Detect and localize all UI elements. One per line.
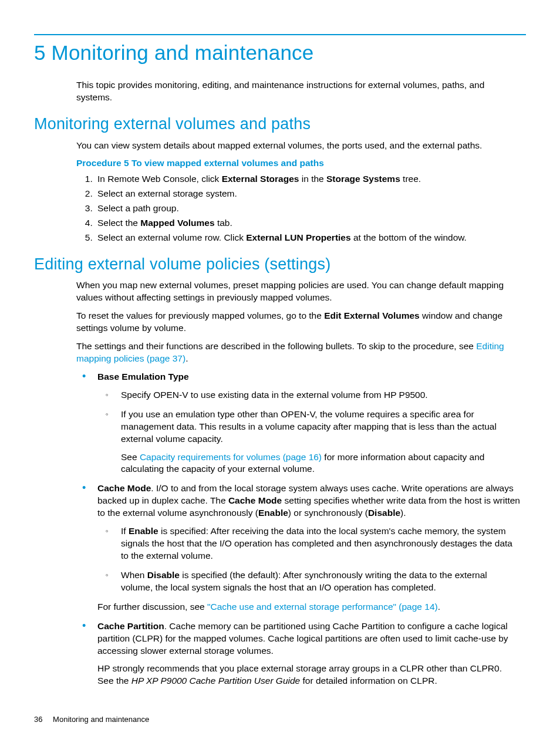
be-sub2-para: See Capacity requirements for volumes (p… — [121, 451, 520, 476]
s1-p1: You can view system details about mapped… — [76, 140, 520, 152]
be-sub1: Specify OPEN-V to use existing data in t… — [97, 389, 520, 401]
chapter-title: 5 Monitoring and maintenance — [34, 39, 526, 66]
settings-list: Base Emulation Type Specify OPEN-V to us… — [76, 371, 520, 687]
procedure-steps: In Remote Web Console, click External St… — [76, 173, 520, 244]
cache-mode-sub: If Enable is specified: After receiving … — [97, 525, 520, 594]
step-2: Select an external storage system. — [95, 188, 520, 200]
cm-tail: For further discussion, see "Cache use a… — [97, 601, 520, 613]
intro-text: This topic provides monitoring, editing,… — [76, 79, 520, 104]
page: 5 Monitoring and maintenance This topic … — [0, 0, 560, 746]
page-footer: 36 Monitoring and maintenance — [34, 714, 149, 725]
s2-p1: When you map new external volumes, prese… — [76, 279, 520, 304]
cm-sub2: When Disable is specified (the default):… — [97, 569, 520, 594]
be-sub2: If you use an emulation type other than … — [97, 409, 520, 476]
section-editing-body: When you map new external volumes, prese… — [76, 279, 520, 687]
base-emulation-sub: Specify OPEN-V to use existing data in t… — [97, 389, 520, 476]
s2-p3: The settings and their functions are des… — [76, 340, 520, 365]
page-number: 36 — [34, 715, 42, 724]
link-capacity-req[interactable]: Capacity requirements for volumes (page … — [140, 452, 322, 462]
section-monitoring: Monitoring external volumes and paths — [34, 113, 526, 134]
section-monitoring-body: You can view system details about mapped… — [76, 140, 520, 244]
top-rule — [34, 34, 526, 35]
footer-title: Monitoring and maintenance — [53, 715, 149, 724]
s2-p2: To reset the values for previously mappe… — [76, 310, 520, 335]
step-5: Select an external volume row. Click Ext… — [95, 232, 520, 244]
bullet-base-emulation: Base Emulation Type Specify OPEN-V to us… — [76, 371, 520, 475]
bullet-cache-mode: Cache Mode. I/O to and from the local st… — [76, 482, 520, 613]
bullet-cache-partition: Cache Partition. Cache memory can be par… — [76, 620, 520, 688]
step-1: In Remote Web Console, click External St… — [95, 173, 520, 185]
base-emulation-title: Base Emulation Type — [97, 372, 189, 382]
cache-mode-title: Cache Mode — [97, 483, 151, 493]
step-3: Select a path group. — [95, 202, 520, 215]
cache-partition-title: Cache Partition — [97, 621, 164, 631]
intro-block: This topic provides monitoring, editing,… — [76, 79, 520, 104]
section-editing: Editing external volume policies (settin… — [34, 254, 526, 275]
procedure-title: Procedure 5 To view mapped external volu… — [76, 157, 520, 170]
cm-sub1: If Enable is specified: After receiving … — [97, 525, 520, 562]
step-4: Select the Mapped Volumes tab. — [95, 217, 520, 229]
link-cache-use[interactable]: "Cache use and external storage performa… — [207, 602, 438, 612]
cp-p2: HP strongly recommends that you place ex… — [97, 663, 520, 687]
